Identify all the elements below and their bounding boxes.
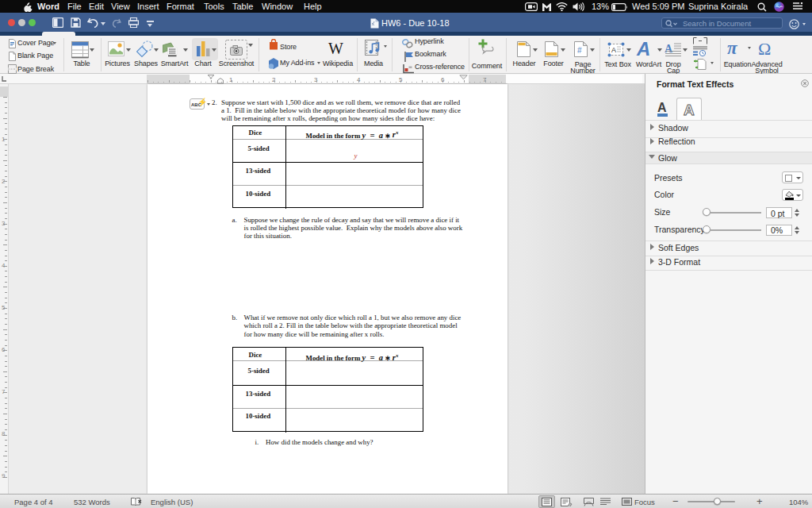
- svg-text:A: A: [665, 43, 673, 55]
- svg-text:#: #: [577, 46, 582, 55]
- svg-text:A: A: [611, 46, 616, 54]
- svg-text:A: A: [684, 102, 695, 117]
